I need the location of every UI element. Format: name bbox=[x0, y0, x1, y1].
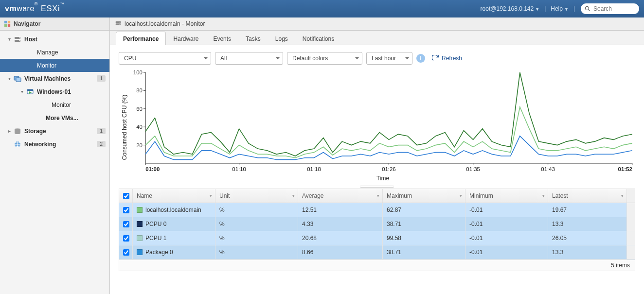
svg-point-17 bbox=[120, 22, 121, 23]
col-name[interactable]: Name▾ bbox=[133, 189, 215, 203]
table-row[interactable]: PCPU 0%4.3338.71-0.0113.3 bbox=[119, 217, 635, 231]
nav-networking[interactable]: Networking2 bbox=[0, 138, 109, 151]
breadcrumb-text: localhost.localdomain - Monitor bbox=[125, 20, 205, 27]
tab-tasks[interactable]: Tasks bbox=[238, 32, 268, 45]
svg-text:01:00: 01:00 bbox=[145, 166, 160, 172]
line-chart: 2040608010001:0001:1001:1801:2601:3501:4… bbox=[130, 69, 635, 174]
cell-average: 12.51 bbox=[298, 203, 383, 217]
twisty-icon: ▸ bbox=[7, 128, 12, 134]
cell-name: localhost.localdomain bbox=[145, 207, 201, 213]
header-checkbox[interactable] bbox=[119, 189, 133, 203]
navigator-icon bbox=[4, 20, 11, 27]
row-checkbox[interactable] bbox=[123, 207, 129, 213]
row-checkbox[interactable] bbox=[123, 221, 129, 227]
nav-manage[interactable]: Manage bbox=[0, 46, 109, 59]
cell-unit: % bbox=[215, 217, 298, 231]
nav-monitor[interactable]: Monitor bbox=[0, 98, 109, 111]
cell-unit: % bbox=[215, 231, 298, 245]
svg-text:40: 40 bbox=[136, 124, 143, 130]
nav-label: Monitor bbox=[37, 62, 106, 69]
cell-unit: % bbox=[215, 245, 298, 259]
metric-dropdown[interactable]: CPU bbox=[119, 52, 211, 65]
series-table: Name▾ Unit▾ Average▾ Maximum▾ Minimum▾ L… bbox=[119, 189, 635, 271]
svg-text:60: 60 bbox=[136, 106, 143, 112]
cell-name: PCPU 1 bbox=[145, 235, 166, 242]
cell-latest: 13.3 bbox=[548, 217, 627, 231]
nav-monitor[interactable]: Monitor bbox=[0, 59, 109, 72]
tab-hardware[interactable]: Hardware bbox=[166, 32, 206, 45]
series-swatch bbox=[137, 249, 143, 255]
svg-text:20: 20 bbox=[136, 142, 143, 148]
cell-average: 20.68 bbox=[298, 231, 383, 245]
search-input[interactable] bbox=[592, 5, 626, 13]
tab-events[interactable]: Events bbox=[206, 32, 238, 45]
info-icon[interactable]: i bbox=[416, 54, 425, 63]
col-unit[interactable]: Unit▾ bbox=[215, 189, 298, 203]
content-area: localhost.localdomain - Monitor Performa… bbox=[110, 17, 644, 294]
nav-windows-01[interactable]: ▾Windows-01 bbox=[0, 85, 109, 98]
col-latest[interactable]: Latest▾ bbox=[548, 189, 627, 203]
svg-rect-2 bbox=[4, 24, 7, 27]
splitter-handle[interactable] bbox=[119, 185, 635, 189]
refresh-icon bbox=[432, 55, 439, 62]
table-footer: 5 items bbox=[611, 262, 630, 269]
col-minimum[interactable]: Minimum▾ bbox=[465, 189, 548, 203]
chart-xlabel: Time bbox=[130, 174, 635, 185]
twisty-icon: ▾ bbox=[19, 89, 24, 94]
twisty-icon: ▾ bbox=[7, 36, 12, 42]
svg-text:80: 80 bbox=[136, 88, 143, 94]
cell-minimum: -0.01 bbox=[465, 217, 548, 231]
network-icon bbox=[14, 140, 21, 148]
tab-bar: PerformanceHardwareEventsTasksLogsNotifi… bbox=[110, 31, 644, 45]
svg-text:01:52: 01:52 bbox=[618, 166, 632, 172]
search-box[interactable] bbox=[581, 3, 639, 14]
row-checkbox[interactable] bbox=[123, 235, 129, 242]
series-swatch bbox=[137, 207, 143, 213]
cell-name: Package 0 bbox=[145, 249, 173, 256]
tab-logs[interactable]: Logs bbox=[268, 32, 295, 45]
cell-latest: 26.05 bbox=[548, 231, 627, 245]
help-menu[interactable]: Help▼ bbox=[549, 5, 571, 12]
nav-more-vms-[interactable]: More VMs... bbox=[0, 111, 109, 124]
cell-average: 4.33 bbox=[298, 217, 383, 231]
col-average[interactable]: Average▾ bbox=[298, 189, 383, 203]
nav-virtual-machines[interactable]: ▾Virtual Machines1 bbox=[0, 72, 109, 85]
count-badge: 1 bbox=[97, 128, 106, 134]
cell-maximum: 38.71 bbox=[383, 245, 465, 259]
search-icon bbox=[585, 6, 590, 12]
tab-notifications[interactable]: Notifications bbox=[295, 32, 341, 45]
svg-text:01:43: 01:43 bbox=[541, 166, 555, 172]
user-menu[interactable]: root@192.168.0.142▼ bbox=[479, 5, 542, 12]
table-header-row: Name▾ Unit▾ Average▾ Maximum▾ Minimum▾ L… bbox=[119, 189, 635, 203]
scope-dropdown[interactable]: All bbox=[215, 52, 283, 65]
cell-maximum: 99.58 bbox=[383, 231, 465, 245]
table-row[interactable]: PCPU 1%20.6899.58-0.0126.05 bbox=[119, 231, 635, 245]
cell-maximum: 62.87 bbox=[383, 203, 465, 217]
series-swatch bbox=[137, 235, 143, 241]
chart-toolbar: CPU All Default colors Last hour i Refre… bbox=[119, 52, 635, 65]
nav-storage[interactable]: ▸Storage1 bbox=[0, 124, 109, 138]
svg-point-6 bbox=[19, 37, 20, 38]
svg-text:01:35: 01:35 bbox=[466, 166, 480, 172]
nav-label: Networking bbox=[24, 141, 95, 148]
row-checkbox[interactable] bbox=[123, 249, 129, 256]
cell-unit: % bbox=[215, 203, 298, 217]
range-dropdown[interactable]: Last hour bbox=[366, 52, 412, 65]
svg-rect-11 bbox=[27, 89, 33, 91]
table-row[interactable]: Package 0%8.6638.71-0.0113.3 bbox=[119, 245, 635, 259]
svg-point-18 bbox=[120, 24, 121, 25]
nav-label: Virtual Machines bbox=[24, 75, 95, 82]
nav-label: Storage bbox=[24, 128, 95, 135]
nav-label: Host bbox=[24, 36, 106, 43]
colors-dropdown[interactable]: Default colors bbox=[287, 52, 362, 65]
host-icon bbox=[14, 35, 21, 43]
nav-host[interactable]: ▾Host bbox=[0, 33, 109, 46]
svg-rect-3 bbox=[8, 24, 10, 27]
cell-minimum: -0.01 bbox=[465, 231, 548, 245]
nav-label: Monitor bbox=[52, 102, 106, 108]
table-row[interactable]: localhost.localdomain%12.5162.87-0.0119.… bbox=[119, 203, 635, 217]
refresh-button[interactable]: Refresh bbox=[432, 55, 462, 62]
tab-performance[interactable]: Performance bbox=[116, 32, 166, 45]
svg-text:01:10: 01:10 bbox=[232, 166, 246, 172]
col-maximum[interactable]: Maximum▾ bbox=[383, 189, 465, 203]
